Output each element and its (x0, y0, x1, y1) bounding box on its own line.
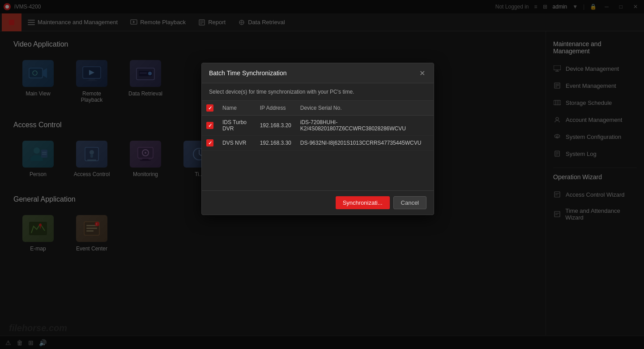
table-row: IDS Turbo DVR 192.168.3.20 iDS-7208HUHI-… (202, 116, 434, 136)
table-header-serial: Device Serial No. (296, 101, 434, 116)
row2-checkbox[interactable] (206, 139, 213, 146)
row1-checkbox-cell[interactable] (202, 116, 218, 136)
dialog-footer: Synchronizati... Cancel (202, 190, 434, 215)
device-table: Name IP Address Device Serial No. IDS Tu… (202, 101, 434, 151)
table-header-name: Name (218, 101, 256, 116)
sync-button[interactable]: Synchronizati... (336, 196, 390, 209)
row2-name: DVS NVR (218, 136, 256, 151)
batch-sync-dialog: Batch Time Synchronization ✕ Select devi… (201, 63, 434, 215)
cancel-button[interactable]: Cancel (393, 196, 426, 209)
row1-name: IDS Turbo DVR (218, 116, 256, 136)
table-header-ip: IP Address (256, 101, 296, 116)
table-header-checkbox (202, 101, 218, 116)
dialog-body: Name IP Address Device Serial No. IDS Tu… (202, 101, 434, 190)
dialog-close-button[interactable]: ✕ (418, 69, 426, 78)
row2-serial: DS-9632NI-I8|6201S1013CCRRS47735445WCVU (296, 136, 434, 151)
row1-checkbox[interactable] (206, 122, 213, 129)
modal-overlay: Batch Time Synchronization ✕ Select devi… (0, 0, 644, 349)
header-checkbox[interactable] (206, 104, 213, 112)
dialog-header: Batch Time Synchronization ✕ (202, 63, 434, 83)
row1-ip: 192.168.3.20 (256, 116, 296, 136)
device-table-body: IDS Turbo DVR 192.168.3.20 iDS-7208HUHI-… (202, 116, 434, 151)
table-row: DVS NVR 192.168.3.30 DS-9632NI-I8|6201S1… (202, 136, 434, 151)
row2-checkbox-cell[interactable] (202, 136, 218, 151)
row1-serial: iDS-7208HUHI-K2/4S08201807Z6CCWRC3802828… (296, 116, 434, 136)
dialog-subtitle: Select device(s) for time synchronizatio… (202, 83, 434, 101)
dialog-title: Batch Time Synchronization (209, 69, 287, 77)
row2-ip: 192.168.3.30 (256, 136, 296, 151)
